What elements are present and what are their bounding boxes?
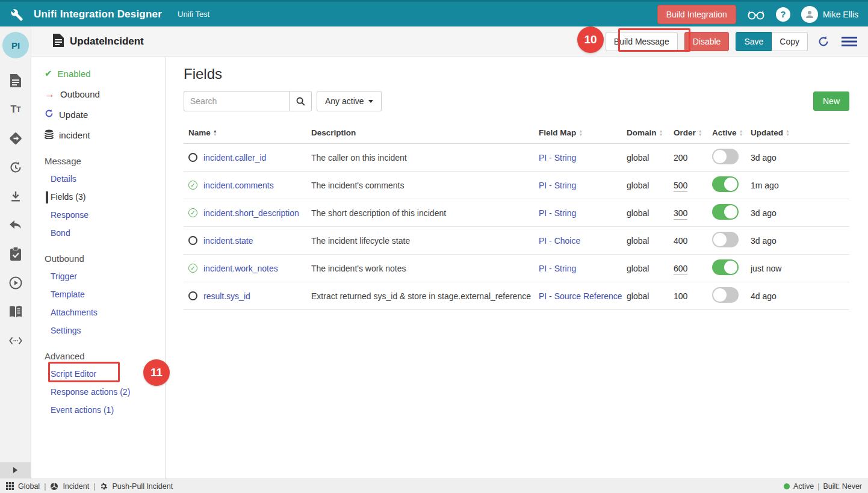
active-toggle[interactable]: [712, 149, 739, 164]
user-menu[interactable]: Mike Ellis: [801, 6, 858, 23]
field-updated: 1m ago: [751, 181, 849, 190]
scope-label[interactable]: Global: [18, 482, 40, 491]
reply-icon[interactable]: [8, 218, 23, 232]
nav-item-event-actions[interactable]: Event actions (1): [31, 402, 165, 420]
active-toggle[interactable]: [712, 259, 739, 275]
column-header-updated[interactable]: Updated ▲▼: [751, 128, 849, 137]
field-status-icon: [188, 291, 197, 300]
field-status-icon: [188, 153, 197, 162]
active-toggle[interactable]: [712, 287, 739, 303]
build-integration-button[interactable]: Build Integration: [657, 5, 736, 24]
field-name-link[interactable]: result.sys_id: [203, 291, 250, 301]
nav-status-enabled[interactable]: ✔ Enabled: [31, 63, 165, 84]
field-map-link[interactable]: PI - Source Reference: [539, 291, 627, 301]
field-name-link[interactable]: incident.caller_id: [203, 153, 266, 163]
active-toggle[interactable]: [712, 176, 739, 192]
field-domain: global: [627, 236, 674, 246]
field-name-link[interactable]: incident.work_notes: [203, 264, 278, 273]
wrench-icon: [7, 5, 25, 23]
nav-item-template[interactable]: Template: [31, 286, 165, 304]
search-input[interactable]: [184, 91, 289, 111]
field-map-link[interactable]: PI - String: [539, 208, 627, 218]
chevron-down-icon: [368, 100, 373, 103]
field-name-link[interactable]: incident.state: [203, 236, 253, 246]
nav-item-bond[interactable]: Bond: [31, 225, 165, 243]
expand-rail-button[interactable]: [0, 462, 31, 478]
arrow-right-icon: →: [45, 89, 55, 99]
annotation-highlight-build-message: [618, 28, 690, 52]
sort-icon: ▲▼: [578, 129, 583, 137]
nav-item-response-actions[interactable]: Response actions (2): [31, 383, 165, 402]
nav-status-outbound[interactable]: → Outbound: [31, 84, 165, 104]
check-icon: ✔: [45, 68, 52, 79]
column-header-active[interactable]: Active ▲▼: [712, 128, 751, 137]
refresh-icon[interactable]: [814, 33, 832, 51]
table-row: ✓ incident.comments The incident's comme…: [184, 172, 849, 199]
field-domain: global: [627, 181, 674, 190]
nav-header-outbound: Outbound: [31, 250, 165, 268]
field-map-link[interactable]: PI - String: [539, 153, 627, 163]
message-nav-panel: ✔ Enabled → Outbound Update incident Mes…: [31, 57, 166, 479]
field-status-icon: ✓: [188, 208, 197, 217]
field-domain: global: [627, 264, 674, 273]
help-icon[interactable]: ?: [776, 7, 790, 22]
save-button[interactable]: Save: [736, 32, 772, 51]
field-description: The caller on this incident: [311, 153, 539, 163]
annotation-highlight-script-editor: [48, 362, 120, 382]
field-updated: 3d ago: [751, 236, 849, 246]
play-circle-icon[interactable]: [8, 276, 23, 290]
disable-button[interactable]: Disable: [684, 32, 730, 51]
field-status-icon: ✓: [188, 181, 197, 190]
column-header-description[interactable]: Description: [311, 128, 539, 137]
field-domain: global: [627, 291, 674, 301]
icon-rail: PI TT: [0, 26, 31, 479]
copy-button[interactable]: Copy: [772, 32, 808, 51]
field-description: The incident lifecycle state: [311, 236, 539, 246]
active-filter-dropdown[interactable]: Any active: [317, 91, 382, 111]
field-name-link[interactable]: incident.short_description: [203, 208, 299, 218]
column-header-name[interactable]: Name ▲▼: [184, 128, 311, 137]
menu-hamburger-icon[interactable]: [839, 33, 860, 50]
field-map-link[interactable]: PI - String: [539, 264, 627, 273]
nav-item-settings[interactable]: Settings: [31, 322, 165, 340]
nav-item-trigger[interactable]: Trigger: [31, 268, 165, 286]
clipboard-check-icon[interactable]: [8, 247, 23, 261]
field-map-link[interactable]: PI - Choice: [539, 236, 627, 246]
directions-icon[interactable]: [8, 131, 23, 146]
documentation-book-icon[interactable]: [8, 305, 23, 319]
active-toggle[interactable]: [712, 232, 739, 247]
document-icon[interactable]: [8, 73, 23, 88]
nav-status-incident[interactable]: incident: [31, 125, 165, 145]
nav-item-response[interactable]: Response: [31, 206, 165, 225]
table-row: incident.caller_id The caller on this in…: [184, 144, 849, 172]
field-updated: 3d ago: [751, 153, 849, 163]
user-name: Mike Ellis: [823, 10, 858, 19]
new-button[interactable]: New: [813, 91, 849, 111]
field-map-link[interactable]: PI - String: [539, 181, 627, 190]
nav-item-details[interactable]: Details: [31, 170, 165, 188]
field-domain: global: [627, 208, 674, 218]
nav-status-update[interactable]: Update: [31, 104, 165, 125]
nav-header-message: Message: [31, 152, 165, 170]
column-header-domain[interactable]: Domain ▲▼: [627, 128, 674, 137]
field-name-link[interactable]: incident.comments: [203, 181, 274, 190]
code-icon[interactable]: [8, 333, 23, 348]
table-row: incident.state The incident lifecycle st…: [184, 227, 849, 255]
process-label[interactable]: Push-Pull Incident: [112, 482, 173, 491]
nav-item-fields[interactable]: Fields (3): [31, 188, 165, 206]
sort-icon: ▲▼: [739, 129, 743, 137]
nav-item-attachments[interactable]: Attachments: [31, 304, 165, 322]
column-header-order[interactable]: Order ▲▼: [674, 128, 712, 137]
download-icon[interactable]: [8, 189, 23, 203]
column-header-field-map[interactable]: Field Map ▲▼: [539, 128, 627, 137]
text-fields-icon[interactable]: TT: [8, 102, 23, 117]
search-icon[interactable]: [289, 91, 312, 111]
integration-avatar[interactable]: PI: [2, 32, 29, 58]
table-body: incident.caller_id The caller on this in…: [184, 144, 849, 310]
table-label[interactable]: Incident: [63, 482, 89, 491]
active-toggle[interactable]: [712, 204, 739, 220]
sort-icon: ▲▼: [213, 129, 217, 137]
field-order: 400: [674, 236, 712, 246]
glasses-icon[interactable]: [747, 8, 765, 20]
history-icon[interactable]: [8, 160, 23, 175]
